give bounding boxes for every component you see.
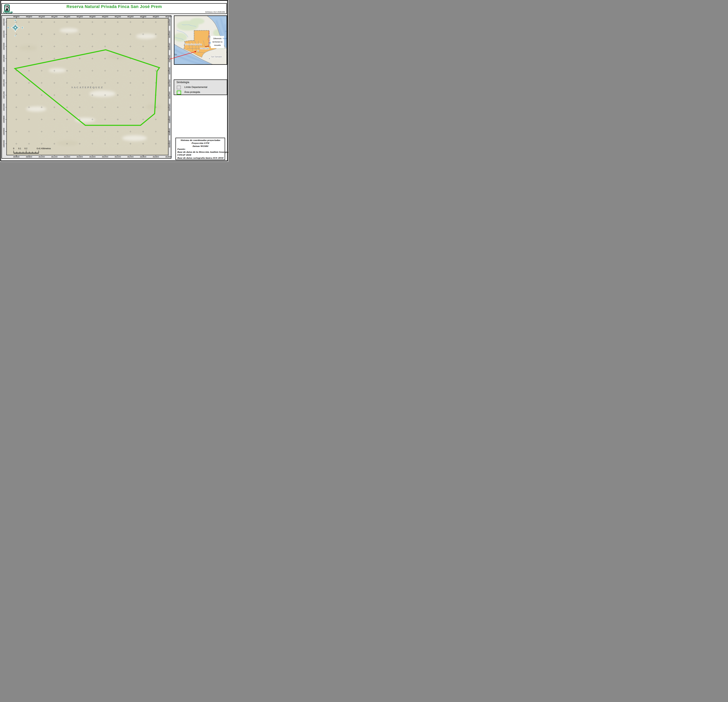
graticule-tick — [169, 22, 169, 22]
graticule-tick — [42, 155, 42, 156]
y-axis-label-left: 1601000 — [3, 104, 5, 111]
graticule-tick — [6, 34, 6, 35]
crs-line: Sistema de coordenadas proyectadas — [177, 139, 223, 142]
map-canvas: SACATEPÉQUEZ — [6, 18, 169, 155]
page-title: Reserva Natural Privada Finca San José P… — [2, 4, 227, 9]
compass-e-label: E — [22, 26, 23, 29]
source-line-1: Base de datos de la Dirección Análisis G… — [177, 151, 223, 154]
map-document: CONAP Reserva Natural Privada Finca San … — [0, 0, 228, 162]
legend-item-label: Límite Departamental — [184, 86, 207, 88]
y-axis-label-left: 1602000 — [3, 43, 5, 50]
y-axis-label-left: 1601800 — [3, 55, 5, 62]
compass-s-label: S — [15, 35, 16, 36]
compass-o-label: O — [7, 26, 9, 29]
source-info-box: Sistema de coordenadas proyectadas Proye… — [175, 138, 225, 160]
projection-line: Proyección GTM — [177, 142, 223, 145]
inset-san-salvador-dot — [209, 58, 210, 59]
inset-gulf-label-2: Hond — [222, 37, 227, 39]
scalebar-label-01: 0.1 — [18, 147, 21, 150]
svg-text:Diferendo: Diferendo — [213, 37, 221, 40]
scalebar-label-041: 0.41 Kilómetros — [37, 147, 51, 150]
legend-item-area: Área protegida — [174, 91, 227, 94]
inset-depth-label: 721 — [175, 54, 177, 55]
main-map: 4606004606004608004608004610004610004612… — [1, 15, 171, 159]
legend-item-limite: Límite Departamental — [174, 86, 227, 89]
source-line-3: Base de datos cartografía básica IGN 201… — [177, 157, 223, 160]
y-axis-label-left: 1601400 — [3, 79, 5, 86]
svg-text:territorial no: territorial no — [212, 41, 222, 43]
inset-belize-label: B — [208, 35, 210, 38]
y-axis-label-left: 1602400 — [3, 18, 5, 26]
scalebar-label-0: 0 — [13, 147, 14, 150]
y-axis-label-left: 1602200 — [3, 30, 5, 38]
source-heading: Fuente: — [177, 148, 223, 151]
source-line-2: CONAP 2026 — [177, 154, 223, 156]
graticule-tick — [156, 155, 156, 156]
header: CONAP Reserva Natural Privada Finca San … — [1, 3, 227, 14]
graticule-tick — [79, 17, 80, 18]
graticule-tick — [169, 71, 169, 71]
inset-canvas: B Diferendo territorial no resuelto Guat… — [174, 16, 227, 65]
y-axis-label-left: 1600800 — [3, 116, 5, 123]
y-axis-label-left: 1601200 — [3, 91, 5, 99]
graticule-tick — [54, 17, 55, 18]
compass-n-label: N — [14, 19, 16, 22]
map-code: DAGeos-412-2026-BS — [205, 11, 225, 13]
y-axis-label-left: 1600600 — [3, 128, 5, 135]
inset-guatemala-city-dot — [198, 50, 199, 52]
graticule-tick — [54, 155, 55, 156]
datum-line: Datum WGS84 — [177, 145, 223, 148]
scalebar-label-02: 0.2 — [25, 147, 27, 150]
graticule-tick — [79, 155, 80, 156]
inset-country-label: Guatemala — [185, 43, 202, 45]
legend-item-label: Área protegida — [184, 91, 200, 94]
inset-city-label: Guatemala — [200, 48, 209, 49]
graticule-tick — [42, 17, 42, 18]
protected-area-swatch — [177, 91, 181, 95]
legend-title: Simbología — [176, 81, 189, 84]
graticule-tick — [156, 17, 156, 18]
department-label: SACATEPÉQUEZ — [71, 86, 104, 89]
graticule-tick — [67, 17, 67, 18]
graticule-tick — [169, 34, 169, 35]
graticule-tick — [67, 155, 67, 156]
graticule-tick — [6, 71, 6, 71]
y-axis-label-left: 1601600 — [3, 67, 5, 75]
svg-text:resuelto: resuelto — [214, 44, 221, 46]
inset-locator-map: B Diferendo territorial no resuelto Guat… — [174, 16, 227, 65]
conap-logo-label: CONAP — [3, 11, 12, 14]
legend: Simbología Límite Departamental Área pro… — [174, 79, 227, 95]
y-axis-label-left: 1600400 — [3, 140, 5, 147]
inset-city2-label: San Salvador — [211, 56, 222, 58]
graticule-tick — [6, 22, 6, 22]
departmental-limit-swatch — [177, 86, 181, 89]
